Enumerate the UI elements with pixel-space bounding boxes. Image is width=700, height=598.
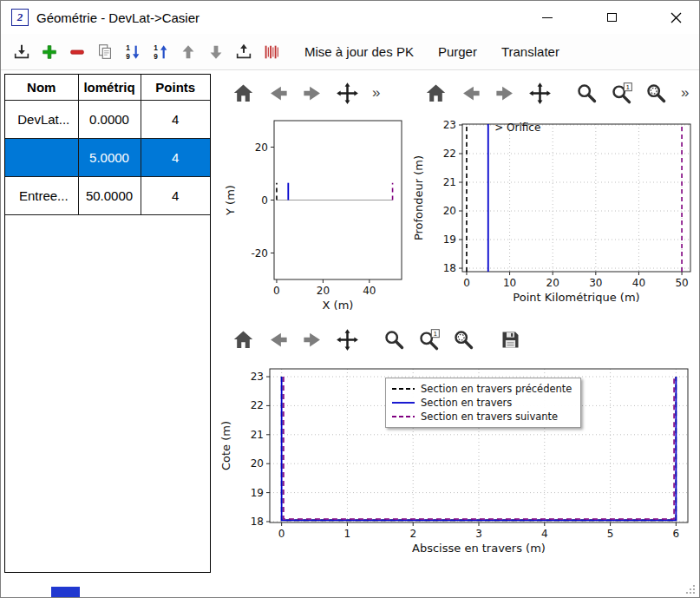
- back-button[interactable]: [263, 325, 292, 354]
- back-button[interactable]: [455, 78, 485, 108]
- back-arrow-icon: [266, 328, 290, 352]
- table-row-selected[interactable]: 5.0000 4: [5, 138, 210, 176]
- sort-ascending-button[interactable]: 19: [148, 39, 173, 65]
- translate-button[interactable]: Translater: [494, 41, 566, 62]
- zoom-1-icon: 1: [417, 328, 441, 352]
- column-header-nom[interactable]: Nom: [5, 75, 78, 100]
- zoom-1-button[interactable]: 1: [414, 325, 443, 354]
- svg-text:X (m): X (m): [323, 299, 354, 312]
- cell-pk[interactable]: 5.0000: [78, 138, 141, 176]
- toolbar-overflow-button[interactable]: »: [372, 84, 380, 102]
- copy-button[interactable]: [93, 39, 117, 65]
- forward-button[interactable]: [490, 78, 520, 108]
- zoom-region-icon: [452, 328, 475, 352]
- forward-arrow-icon: [301, 328, 324, 352]
- purge-button[interactable]: Purger: [431, 41, 484, 62]
- svg-text:Point Kilométrique (m): Point Kilométrique (m): [513, 291, 639, 304]
- toolbar-overflow-button[interactable]: »: [681, 84, 689, 102]
- move-up-button[interactable]: [176, 39, 200, 65]
- home-button[interactable]: [228, 78, 258, 108]
- sort-descending-button[interactable]: 19: [121, 39, 145, 65]
- svg-text:40: 40: [363, 285, 376, 297]
- cell-points[interactable]: 4: [141, 100, 210, 138]
- cell-points[interactable]: 4: [141, 176, 210, 214]
- svg-text:0: 0: [261, 194, 268, 207]
- profile-plot-canvas[interactable]: 01020304050181920212223Point Kilométriqu…: [407, 112, 698, 319]
- plan-plot-canvas[interactable]: 02040-20020X (m)Y (m): [214, 112, 405, 319]
- svg-text:19: 19: [251, 487, 264, 499]
- move-down-icon: [206, 43, 226, 62]
- export-button[interactable]: [232, 39, 256, 65]
- move-up-icon: [179, 43, 198, 62]
- title-bar: 2 Géométrie - DevLat->Casier: [1, 1, 699, 34]
- geometry-table-panel: Nom lométriq Points DevLat... 0.0000 4 5…: [4, 74, 211, 573]
- svg-text:2: 2: [409, 528, 416, 540]
- svg-text:0: 0: [273, 285, 280, 297]
- app-icon: 2: [11, 9, 29, 26]
- add-button[interactable]: [37, 39, 62, 65]
- cell-pk[interactable]: 0.0000: [78, 100, 141, 138]
- svg-text:3: 3: [475, 528, 482, 540]
- column-header-kilometrique[interactable]: lométriq: [78, 75, 141, 100]
- move-down-button[interactable]: [204, 39, 228, 65]
- cell-pk[interactable]: 50.0000: [78, 176, 141, 214]
- export-icon: [234, 43, 253, 62]
- section-plot-panel: 1 0123456181920212223Abscisse en travers…: [214, 320, 698, 575]
- pan-button[interactable]: [332, 325, 362, 354]
- plan-plot-panel: » 02040-20020X (m)Y (m): [214, 74, 405, 319]
- resize-grip[interactable]: [684, 583, 697, 595]
- svg-text:19: 19: [443, 233, 456, 246]
- minimize-icon: [542, 17, 553, 18]
- maximize-button[interactable]: [592, 1, 631, 34]
- cell-nom[interactable]: DevLat...: [5, 100, 78, 138]
- update-pk-button[interactable]: Mise à jour des PK: [298, 41, 421, 62]
- minimize-button[interactable]: [527, 1, 567, 34]
- zoom-region-button[interactable]: [448, 325, 478, 354]
- svg-text:4: 4: [541, 528, 548, 540]
- main-toolbar: 19 19 Mise à jour des PK Purger Translat…: [1, 34, 699, 70]
- back-button[interactable]: [263, 78, 292, 108]
- legend-line-sample: [391, 412, 415, 421]
- pan-button[interactable]: [332, 78, 362, 108]
- remove-button[interactable]: [65, 39, 89, 65]
- svg-text:22: 22: [443, 148, 456, 160]
- svg-text:21: 21: [443, 176, 456, 188]
- zoom-button[interactable]: [572, 78, 601, 108]
- home-button[interactable]: [228, 325, 258, 354]
- pan-button[interactable]: [525, 78, 554, 108]
- save-icon: [499, 328, 522, 352]
- app-window: 2 Géométrie - DevLat->Casier 19 19: [0, 0, 700, 598]
- svg-text:0: 0: [463, 277, 470, 289]
- home-button[interactable]: [421, 78, 450, 108]
- column-header-points[interactable]: Points: [141, 75, 210, 100]
- svg-text:0: 0: [278, 528, 285, 540]
- zoom-1-button[interactable]: 1: [606, 78, 636, 108]
- cell-nom[interactable]: Entree...: [5, 176, 78, 214]
- zoom-region-button[interactable]: [641, 78, 671, 108]
- svg-text:10: 10: [503, 277, 516, 289]
- import-button[interactable]: [10, 39, 34, 65]
- sections-button[interactable]: [259, 39, 284, 65]
- sections-table: Nom lométriq Points DevLat... 0.0000 4 5…: [5, 75, 210, 215]
- zoom-button[interactable]: [379, 325, 409, 354]
- sections-icon: [262, 43, 281, 62]
- svg-text:1: 1: [154, 43, 158, 51]
- profile-plot-panel: 1 » 01020304050181920212223Point Kilomét…: [407, 74, 698, 319]
- table-row[interactable]: Entree... 50.0000 4: [5, 176, 210, 214]
- sort-ascending-icon: 19: [151, 43, 170, 62]
- window-title: Géométrie - DevLat->Casier: [36, 10, 200, 25]
- cell-nom[interactable]: [5, 138, 78, 176]
- save-button[interactable]: [495, 325, 525, 354]
- cell-points[interactable]: 4: [141, 138, 210, 176]
- forward-button[interactable]: [298, 325, 327, 354]
- close-button[interactable]: [656, 1, 696, 34]
- svg-text:20: 20: [546, 277, 559, 289]
- home-icon: [424, 82, 448, 105]
- table-row[interactable]: DevLat... 0.0000 4: [5, 100, 210, 138]
- svg-text:22: 22: [251, 399, 264, 411]
- forward-button[interactable]: [298, 78, 327, 108]
- remove-icon: [68, 43, 87, 62]
- svg-text:1: 1: [344, 528, 351, 540]
- svg-text:40: 40: [632, 277, 645, 289]
- svg-text:20: 20: [255, 141, 268, 154]
